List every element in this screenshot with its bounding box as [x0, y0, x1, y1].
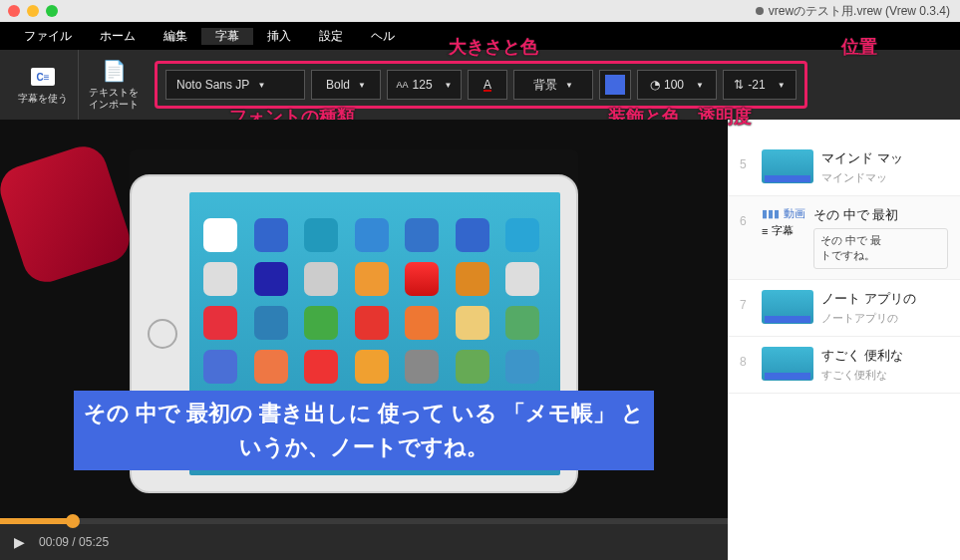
clip-number: 6: [740, 206, 754, 269]
clip-title: マインド マッ: [821, 149, 948, 167]
font-size-prefix-icon: AA: [397, 80, 409, 90]
unsaved-indicator-icon: [756, 7, 764, 15]
timeline-progress: [0, 518, 73, 524]
chevron-down-icon: ▼: [778, 81, 786, 90]
background-color-swatch-icon: [605, 75, 625, 95]
font-color-icon: A: [483, 78, 491, 92]
subtitle-label: 字幕: [772, 223, 794, 238]
video-preview[interactable]: その 中で 最初の 書き出しに 使って いる 「メモ帳」 と いうか、ノートです…: [0, 120, 728, 524]
menu-file[interactable]: ファイル: [10, 28, 86, 45]
menu-settings[interactable]: 設定: [305, 28, 357, 45]
chevron-down-icon: ▼: [445, 81, 453, 90]
play-button[interactable]: ▶: [14, 534, 25, 550]
clip-number: 7: [740, 290, 754, 326]
maximize-window-button[interactable]: [46, 5, 58, 17]
video-label: 動画: [784, 206, 805, 221]
time-display: 00:09 / 05:25: [39, 535, 109, 549]
clip-desc: すごく便利な: [821, 368, 948, 383]
traffic-lights: [8, 5, 58, 17]
menu-insert[interactable]: 挿入: [253, 28, 305, 45]
total-time: 05:25: [79, 535, 109, 549]
clip-row[interactable]: 8 すごく 便利な すごく便利な: [728, 337, 960, 394]
chevron-down-icon: ▼: [358, 81, 366, 90]
opacity-value: 100: [664, 78, 684, 92]
video-marker-icon: ▮▮▮: [762, 207, 780, 220]
position-icon: ⇅: [734, 78, 744, 92]
window-title-bar: vrewのテスト用.vrew (Vrew 0.3.4): [0, 0, 960, 22]
clip-title: その 中で 最初: [813, 206, 948, 224]
background-label: 背景: [533, 77, 557, 94]
clip-labels: ▮▮▮動画 ≡字幕: [762, 206, 805, 269]
playback-bar: ▶ 00:09 / 05:25: [0, 524, 728, 560]
opacity-icon: ◔: [650, 78, 660, 92]
position-value: -21: [748, 78, 765, 92]
subtitle-overlay: その 中で 最初の 書き出しに 使って いる 「メモ帳」 と いうか、ノートです…: [30, 391, 698, 470]
font-color-select[interactable]: A: [468, 70, 507, 100]
font-family-select[interactable]: Noto Sans JP ▼: [165, 70, 305, 100]
font-size-select[interactable]: AA 125 ▼: [387, 70, 462, 100]
clip-desc: マインドマッ: [821, 170, 948, 185]
font-size-value: 125: [413, 78, 433, 92]
clip-thumbnail: [762, 149, 813, 183]
menu-subtitle[interactable]: 字幕: [201, 28, 253, 45]
font-family-value: Noto Sans JP: [176, 78, 249, 92]
subtitle-text: その 中で 最初の 書き出しに 使って いる 「メモ帳」 と いうか、ノートです…: [74, 391, 655, 470]
timeline-handle[interactable]: [66, 514, 80, 528]
timeline[interactable]: [0, 518, 728, 524]
window-title-text: vrewのテスト用.vrew (Vrew 0.3.4): [769, 3, 950, 20]
background-color-select[interactable]: [599, 70, 631, 100]
toolbar: C≡ 字幕を使う 📄 テキストを インポート Noto Sans JP ▼ Bo…: [0, 50, 960, 120]
chevron-down-icon: ▼: [257, 81, 265, 90]
subtitle-marker-icon: ≡: [762, 225, 768, 237]
annotation-position: 位置: [841, 35, 877, 59]
subtitle-controls: Noto Sans JP ▼ Bold ▼ AA 125 ▼ A 背景 ▼ ◔ …: [155, 61, 807, 109]
minimize-window-button[interactable]: [27, 5, 39, 17]
font-weight-value: Bold: [326, 78, 350, 92]
font-weight-select[interactable]: Bold ▼: [311, 70, 381, 100]
home-button-icon: [148, 319, 177, 349]
chevron-down-icon: ▼: [696, 81, 704, 90]
background-style-select[interactable]: 背景 ▼: [513, 70, 593, 100]
background-object: [0, 140, 136, 288]
opacity-select[interactable]: ◔ 100 ▼: [637, 70, 717, 100]
clip-subtitle-box[interactable]: その 中で 最 トですね。: [813, 228, 948, 269]
clips-panel[interactable]: 5 マインド マッ マインドマッ 6 ▮▮▮動画 ≡字幕 その 中で 最初 その…: [728, 120, 960, 560]
annotation-size-color: 大きさと色: [449, 35, 538, 59]
use-subtitle-button[interactable]: C≡ 字幕を使う: [8, 50, 79, 120]
window-title: vrewのテスト用.vrew (Vrew 0.3.4): [756, 3, 950, 20]
import-text-label: テキストを インポート: [89, 87, 139, 111]
menu-home[interactable]: ホーム: [86, 28, 150, 45]
clip-title: ノート アプリの: [821, 290, 948, 308]
menu-help[interactable]: ヘル: [357, 28, 409, 45]
position-select[interactable]: ⇅ -21 ▼: [723, 70, 797, 100]
chevron-down-icon: ▼: [565, 81, 573, 90]
subtitle-icon: C≡: [31, 68, 55, 86]
clip-number: 8: [740, 347, 754, 383]
menu-edit[interactable]: 編集: [150, 28, 201, 45]
import-text-button[interactable]: 📄 テキストを インポート: [79, 50, 149, 120]
clip-thumbnail: [762, 290, 813, 324]
current-time: 00:09: [39, 535, 69, 549]
clip-desc: ノートアプリの: [821, 311, 948, 326]
use-subtitle-label: 字幕を使う: [18, 93, 68, 105]
clip-row[interactable]: 7 ノート アプリの ノートアプリの: [728, 280, 960, 337]
main-content: その 中で 最初の 書き出しに 使って いる 「メモ帳」 と いうか、ノートです…: [0, 120, 960, 560]
clip-row[interactable]: 6 ▮▮▮動画 ≡字幕 その 中で 最初 その 中で 最 トですね。: [728, 196, 960, 280]
clip-row[interactable]: 5 マインド マッ マインドマッ: [728, 140, 960, 196]
import-icon: 📄: [102, 59, 127, 83]
clip-thumbnail: [762, 347, 813, 381]
video-panel: その 中で 最初の 書き出しに 使って いる 「メモ帳」 と いうか、ノートです…: [0, 120, 728, 560]
close-window-button[interactable]: [8, 5, 20, 17]
clip-title: すごく 便利な: [821, 347, 948, 365]
clip-number: 5: [740, 149, 754, 185]
